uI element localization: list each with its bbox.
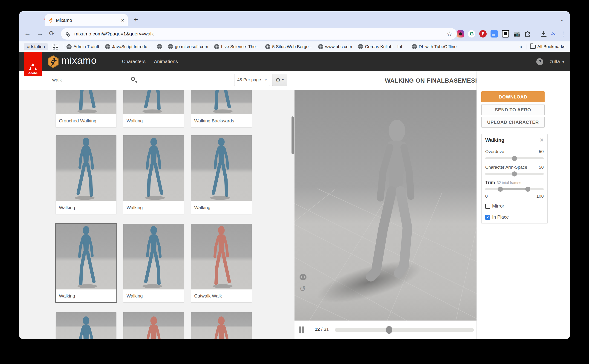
animation-card[interactable]: Walking <box>123 224 184 302</box>
animation-card[interactable]: Walking Backwards <box>191 90 252 127</box>
back-button[interactable]: ← <box>24 29 31 37</box>
armspace-slider[interactable] <box>485 173 544 175</box>
bookmark-items: Admin TrainItJavaScript Introdu...go.mic… <box>66 44 456 49</box>
animation-thumbnail[interactable] <box>191 135 252 201</box>
animation-card-label: Walking <box>123 201 184 214</box>
search-icon[interactable] <box>131 77 135 81</box>
preview-character <box>350 117 437 301</box>
armspace-label: Character Arm-Space <box>485 165 527 170</box>
animation-thumbnail[interactable] <box>191 312 252 339</box>
bookmark-item[interactable]: www.bbc.com <box>318 44 352 49</box>
animation-card[interactable]: Walking <box>123 90 184 127</box>
extension-camera-color-icon[interactable] <box>457 30 464 38</box>
extension-pinterest-icon[interactable]: P <box>479 30 487 38</box>
overdrive-slider-handle[interactable] <box>512 156 517 161</box>
browser-menu-icon[interactable]: ⋮ <box>560 30 566 38</box>
gear-icon: ⚙ <box>275 76 280 84</box>
animation-card[interactable]: Walking <box>56 135 117 214</box>
search-input[interactable] <box>48 74 138 86</box>
animation-thumbnail[interactable] <box>56 312 117 339</box>
adobe-logo[interactable]: Adobe <box>24 52 42 76</box>
help-button[interactable]: ? <box>536 58 543 65</box>
new-tab-button[interactable]: + <box>134 15 138 24</box>
apps-grid-icon[interactable] <box>53 44 58 49</box>
in-place-label: In Place <box>492 214 509 220</box>
send-to-aero-button[interactable]: SEND TO AERO <box>481 104 545 115</box>
mixamo-logo-icon[interactable] <box>47 55 60 68</box>
nav-characters[interactable]: Characters <box>122 59 146 64</box>
tab-group-chip[interactable]: artstation <box>24 43 48 50</box>
extensions-puzzle-icon[interactable] <box>524 30 532 38</box>
bookmark-item[interactable] <box>157 44 162 49</box>
nav-animations[interactable]: Animations <box>154 59 178 64</box>
reload-button[interactable]: ⟳ <box>49 29 55 37</box>
clip-extension-icon[interactable]: ✁ <box>551 30 556 38</box>
character-visibility-icon[interactable] <box>300 274 306 280</box>
user-menu[interactable]: zulfa▼ <box>550 59 565 64</box>
timeline-scrubber[interactable] <box>335 328 474 332</box>
animation-card[interactable]: Walking <box>123 135 184 214</box>
browser-tab[interactable]: Mixamo ✕ <box>45 14 128 26</box>
all-bookmarks-button[interactable]: All Bookmarks <box>530 44 565 49</box>
animation-card[interactable] <box>56 312 117 339</box>
animation-thumbnail[interactable] <box>56 224 117 289</box>
pause-button[interactable] <box>295 321 308 339</box>
trim-range-fill <box>500 188 528 190</box>
bookmark-item[interactable]: DL with TubeOffline <box>412 44 457 49</box>
animation-card[interactable] <box>123 312 184 339</box>
downloads-icon[interactable] <box>540 30 547 38</box>
bookmark-item[interactable]: Cerdas Kuliah – Inf... <box>358 44 406 49</box>
url-bar[interactable]: mixamo.com/#/?page=1&query=walk ☆ <box>61 28 457 39</box>
overdrive-label: Overdrive <box>485 149 504 154</box>
animation-thumbnail[interactable] <box>56 135 117 201</box>
download-button[interactable]: DOWNLOAD <box>481 91 545 102</box>
in-place-checkbox[interactable]: ✓ <box>485 215 490 220</box>
site-settings-icon[interactable] <box>65 33 70 35</box>
brand-wordmark[interactable]: mixamo <box>61 55 97 66</box>
bookmark-item[interactable]: go.microsoft.com <box>168 44 208 49</box>
extension-blue-icon[interactable] <box>491 30 498 38</box>
bookmark-item[interactable]: Admin TrainIt <box>66 44 99 49</box>
extension-darkreader-icon[interactable] <box>502 30 509 38</box>
animation-card[interactable] <box>191 312 252 339</box>
bookmarks-overflow-chevron[interactable]: » <box>519 44 522 50</box>
close-icon[interactable]: ✕ <box>539 137 544 143</box>
per-page-select[interactable]: 48 Per page ˅ <box>234 74 270 86</box>
trim-end-handle[interactable] <box>525 187 530 192</box>
animation-thumbnail[interactable] <box>191 224 252 289</box>
animation-thumbnail[interactable] <box>123 135 184 201</box>
mirror-checkbox[interactable] <box>485 204 490 209</box>
animation-card[interactable]: Walking <box>191 135 252 214</box>
animation-thumbnail[interactable] <box>191 90 252 114</box>
animation-thumbnail[interactable] <box>123 312 184 339</box>
animation-card-label: Walking <box>123 114 184 127</box>
search-row: 48 Per page ˅ ⚙ ▼ <box>19 71 295 90</box>
panel-title: Walking <box>485 137 539 143</box>
animation-thumbnail[interactable] <box>123 90 184 114</box>
tab-search-chevron-icon[interactable]: ⌄ <box>560 16 564 22</box>
3d-viewport[interactable]: ↺ <box>295 90 477 320</box>
forward-button[interactable]: → <box>37 29 43 37</box>
bookmark-item[interactable]: JavaScript Introdu... <box>105 44 151 49</box>
animation-thumbnail[interactable] <box>123 224 184 289</box>
animation-thumbnail[interactable] <box>56 90 117 114</box>
bookmark-star-icon[interactable]: ☆ <box>447 30 452 38</box>
armspace-slider-handle[interactable] <box>512 171 517 176</box>
scrollbar-thumb[interactable] <box>291 117 294 154</box>
bookmark-item[interactable]: 5 Situs Web Berge... <box>265 44 312 49</box>
reset-rotation-icon[interactable]: ↺ <box>300 284 306 293</box>
bookmark-item[interactable]: Live Science: The... <box>214 44 259 49</box>
url-text[interactable]: mixamo.com/#/?page=1&query=walk <box>74 31 447 37</box>
animation-card[interactable]: Crouched Walking <box>56 90 117 127</box>
scrubber-handle[interactable] <box>386 326 392 334</box>
animation-card[interactable]: Catwalk Walk <box>191 224 252 302</box>
trim-start-handle[interactable] <box>498 187 503 192</box>
trim-slider[interactable] <box>485 188 544 190</box>
animation-card[interactable]: Walking <box>56 224 117 302</box>
upload-character-button[interactable]: UPLOAD CHARACTER <box>481 117 545 128</box>
tab-close-icon[interactable]: ✕ <box>121 18 124 23</box>
extension-screenshot-icon[interactable]: 📷 <box>513 30 520 38</box>
extension-grammarly-icon[interactable]: G <box>468 30 475 38</box>
view-settings-button[interactable]: ⚙ ▼ <box>272 74 287 86</box>
overdrive-slider[interactable] <box>485 157 544 159</box>
